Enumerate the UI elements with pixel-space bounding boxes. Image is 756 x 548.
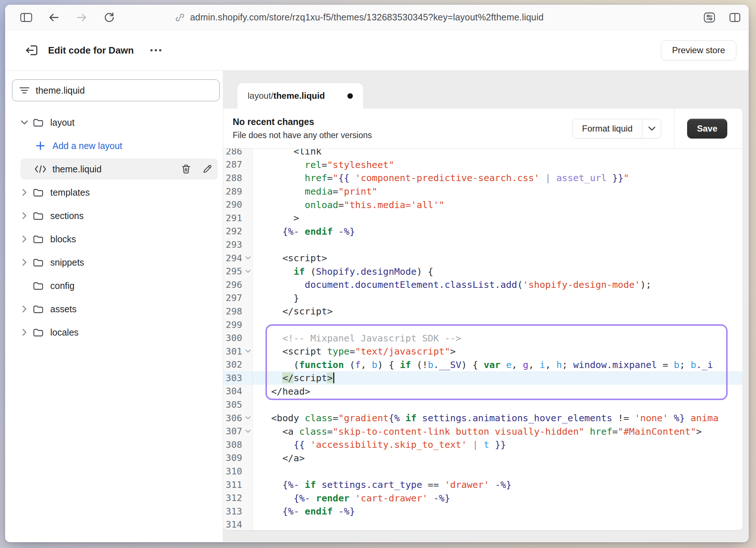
fold-line-icon[interactable] bbox=[245, 256, 251, 260]
code-line-content[interactable]: </script> bbox=[253, 371, 743, 385]
code-line-310[interactable]: 310 bbox=[223, 465, 743, 478]
code-line-298[interactable]: 298 </script> bbox=[223, 305, 743, 318]
code-line-290[interactable]: 290 onload="this.media='all'" bbox=[223, 198, 743, 211]
code-line-content[interactable]: > bbox=[253, 211, 743, 225]
sidebar-item-blocks[interactable]: blocks bbox=[5, 227, 223, 251]
rename-file-button[interactable] bbox=[201, 163, 213, 175]
format-liquid-button[interactable]: Format liquid bbox=[572, 119, 642, 138]
code-line-content[interactable] bbox=[253, 238, 743, 251]
code-line-295[interactable]: 295 if (Shopify.designMode) { bbox=[223, 265, 743, 278]
browser-settings-icon[interactable] bbox=[701, 9, 717, 26]
code-line-314[interactable]: 314 bbox=[223, 518, 743, 530]
code-line-301[interactable]: 301 <script type="text/javascript"> bbox=[223, 345, 743, 358]
more-actions-menu[interactable] bbox=[147, 44, 165, 56]
code-line-304[interactable]: 304 </head> bbox=[223, 385, 743, 398]
split-view-icon[interactable] bbox=[727, 9, 743, 26]
code-line-288[interactable]: 288 href="{{ 'component-predictive-searc… bbox=[223, 171, 743, 185]
save-button[interactable]: Save bbox=[687, 119, 727, 138]
code-line-content[interactable]: {{ 'accessibility.skip_to_text' | t }} bbox=[253, 438, 743, 451]
line-number: 314 bbox=[223, 518, 253, 530]
code-line-content[interactable] bbox=[253, 465, 743, 478]
file-search-input[interactable]: theme.liquid bbox=[12, 79, 220, 101]
code-line-287[interactable]: 287 rel="stylesheet" bbox=[223, 158, 743, 172]
code-line-content[interactable]: </head> bbox=[253, 385, 743, 398]
folder-icon bbox=[33, 234, 44, 244]
code-line-content[interactable]: {%- endif -%} bbox=[253, 505, 743, 518]
fold-line-icon[interactable] bbox=[245, 269, 251, 273]
code-line-content[interactable]: onload="this.media='all'" bbox=[253, 198, 743, 211]
code-line-302[interactable]: 302 (function (f, b) { if (!b.__SV) { va… bbox=[223, 358, 743, 372]
sidebar-item-snippets[interactable]: snippets bbox=[5, 251, 223, 274]
code-line-305[interactable]: 305 bbox=[223, 398, 743, 411]
code-line-306[interactable]: 306 <body class="gradient{% if settings.… bbox=[223, 411, 743, 425]
sidebar-item-add-a-new-layout[interactable]: Add a new layout bbox=[5, 134, 223, 157]
code-line-content[interactable]: <script> bbox=[253, 251, 743, 265]
code-line-content[interactable]: media="print" bbox=[253, 185, 743, 198]
changes-title: No recent changes bbox=[233, 117, 372, 127]
code-editor[interactable]: 286 <link287 rel="stylesheet"288 href="{… bbox=[223, 149, 743, 530]
code-line-286[interactable]: 286 <link bbox=[223, 149, 743, 158]
sidebar-item-locales[interactable]: locales bbox=[5, 321, 223, 344]
code-line-300[interactable]: 300 <!-- Mixpanel Javascript SDK --> bbox=[223, 331, 743, 345]
code-line-content[interactable]: {%- render 'cart-drawer' -%} bbox=[253, 491, 743, 505]
code-line-content[interactable]: document.documentElement.classList.add('… bbox=[253, 278, 743, 291]
code-line-content[interactable]: {%- endif -%} bbox=[253, 225, 743, 238]
back-icon[interactable] bbox=[46, 9, 62, 26]
sidebar-item-sections[interactable]: sections bbox=[5, 204, 223, 227]
fold-line-icon[interactable] bbox=[245, 416, 251, 420]
preview-store-button[interactable]: Preview store bbox=[661, 40, 736, 60]
code-line-294[interactable]: 294 <script> bbox=[223, 251, 743, 265]
fold-line-icon[interactable] bbox=[245, 349, 251, 353]
code-line-content[interactable]: if (Shopify.designMode) { bbox=[253, 265, 743, 278]
sidebar-item-label: templates bbox=[50, 187, 90, 198]
code-line-content[interactable]: href="{{ 'component-predictive-search.cs… bbox=[253, 171, 743, 185]
sidebar-item-config[interactable]: config bbox=[5, 274, 223, 297]
format-options-dropdown[interactable] bbox=[642, 119, 661, 138]
code-line-296[interactable]: 296 document.documentElement.classList.a… bbox=[223, 278, 743, 291]
line-number: 295 bbox=[223, 265, 253, 278]
code-line-content[interactable]: rel="stylesheet" bbox=[253, 158, 743, 172]
fold-line-icon[interactable] bbox=[245, 429, 251, 433]
sidebar-toggle-icon[interactable] bbox=[18, 9, 34, 26]
exit-editor-button[interactable] bbox=[23, 42, 40, 59]
code-line-content[interactable]: <body class="gradient{% if settings.anim… bbox=[253, 411, 743, 425]
code-line-content[interactable]: {%- if settings.cart_type == 'drawer' -%… bbox=[253, 478, 743, 492]
code-line-content[interactable]: <!-- Mixpanel Javascript SDK --> bbox=[253, 331, 743, 345]
code-line-content[interactable] bbox=[253, 518, 743, 530]
code-line-content[interactable]: <a class="skip-to-content-link button vi… bbox=[253, 424, 743, 438]
code-line-content[interactable]: } bbox=[253, 291, 743, 305]
sidebar-item-assets[interactable]: assets bbox=[5, 297, 223, 321]
code-line-content[interactable]: </a> bbox=[253, 451, 743, 465]
chevron-right-icon bbox=[22, 188, 27, 196]
sidebar-item-templates[interactable]: templates bbox=[5, 181, 223, 204]
reload-icon[interactable] bbox=[101, 9, 117, 26]
code-line-content[interactable]: (function (f, b) { if (!b.__SV) { var e,… bbox=[253, 358, 743, 372]
code-line-content[interactable] bbox=[253, 398, 743, 411]
code-line-289[interactable]: 289 media="print" bbox=[223, 185, 743, 198]
code-line-291[interactable]: 291 > bbox=[223, 211, 743, 225]
code-line-303[interactable]: 303 </script> bbox=[223, 371, 743, 385]
code-line-299[interactable]: 299 bbox=[223, 318, 743, 332]
code-line-309[interactable]: 309 </a> bbox=[223, 451, 743, 465]
code-line-292[interactable]: 292 {%- endif -%} bbox=[223, 225, 743, 238]
code-line-content[interactable] bbox=[253, 318, 743, 332]
code-line-307[interactable]: 307 <a class="skip-to-content-link butto… bbox=[223, 424, 743, 438]
folder-icon bbox=[33, 281, 44, 290]
code-line-312[interactable]: 312 {%- render 'cart-drawer' -%} bbox=[223, 491, 743, 505]
tab-theme-liquid[interactable]: layout/theme.liquid bbox=[237, 83, 363, 109]
code-line-content[interactable]: </script> bbox=[253, 305, 743, 318]
code-line-293[interactable]: 293 bbox=[223, 238, 743, 251]
delete-file-icon bbox=[181, 164, 191, 174]
code-line-313[interactable]: 313 {%- endif -%} bbox=[223, 505, 743, 518]
code-line-308[interactable]: 308 {{ 'accessibility.skip_to_text' | t … bbox=[223, 438, 743, 451]
sidebar-item-layout[interactable]: layout bbox=[5, 111, 223, 134]
delete-file-button[interactable] bbox=[180, 163, 192, 175]
address-bar[interactable]: admin.shopify.com/store/rzq1xu-f5/themes… bbox=[175, 12, 544, 23]
folder-icon bbox=[33, 188, 44, 197]
code-line-content[interactable]: <script type="text/javascript"> bbox=[253, 345, 743, 358]
sidebar-item-theme-liquid[interactable]: theme.liquid bbox=[5, 157, 223, 181]
code-line-content[interactable]: <link bbox=[253, 149, 743, 158]
code-line-311[interactable]: 311 {%- if settings.cart_type == 'drawer… bbox=[223, 478, 743, 492]
line-number: 308 bbox=[223, 438, 253, 451]
code-line-297[interactable]: 297 } bbox=[223, 291, 743, 305]
